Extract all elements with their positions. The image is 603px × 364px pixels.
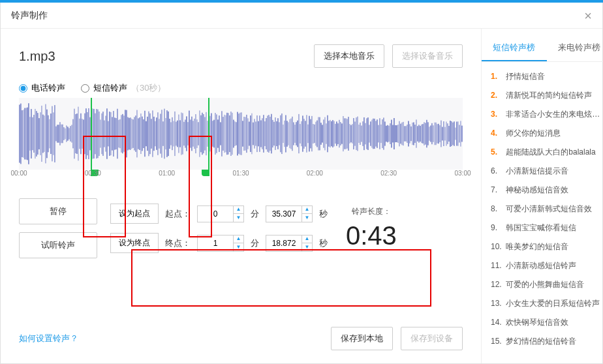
save-local-button[interactable]: 保存到本地	[331, 327, 393, 350]
list-item[interactable]: 2. 清新悦耳的简约短信铃声	[491, 86, 602, 105]
svg-rect-289	[395, 125, 396, 142]
svg-rect-68	[106, 108, 108, 159]
svg-rect-231	[319, 117, 320, 151]
svg-rect-269	[369, 125, 370, 142]
svg-rect-171	[241, 112, 242, 155]
svg-rect-134	[193, 121, 194, 146]
chevron-up-icon[interactable]: ▲	[302, 235, 312, 244]
svg-rect-123	[178, 115, 179, 153]
chevron-up-icon[interactable]: ▲	[234, 206, 243, 215]
tab-sms-ranking[interactable]: 短信铃声榜	[482, 35, 547, 61]
start-handle[interactable]	[91, 98, 92, 170]
radio-phone[interactable]: 电话铃声	[19, 82, 65, 94]
svg-rect-187	[262, 118, 263, 149]
end-sec-stepper[interactable]: ▲▼	[266, 235, 313, 252]
chevron-down-icon[interactable]: ▼	[234, 214, 243, 222]
svg-rect-235	[324, 117, 326, 151]
set-start-button[interactable]: 设为起点	[110, 204, 159, 224]
svg-rect-287	[392, 125, 394, 143]
help-link[interactable]: 如何设置铃声？	[19, 333, 78, 344]
chevron-down-icon[interactable]: ▼	[234, 243, 243, 251]
svg-rect-39	[69, 128, 70, 139]
svg-rect-6	[25, 108, 27, 159]
svg-rect-177	[249, 122, 250, 146]
chevron-up-icon[interactable]: ▲	[234, 235, 243, 244]
start-sec-input[interactable]	[266, 206, 302, 222]
svg-rect-312	[425, 123, 426, 144]
end-min-stepper[interactable]: ▲▼	[197, 235, 244, 252]
end-handle[interactable]	[208, 98, 209, 170]
time-tick: 02:00	[307, 170, 323, 177]
svg-rect-4	[23, 110, 24, 158]
radio-sms-input[interactable]	[81, 84, 89, 93]
chevron-down-icon[interactable]: ▼	[302, 214, 312, 222]
svg-rect-242	[333, 121, 335, 147]
list-item[interactable]: 3. 非常适合小女生的来电炫彩...	[491, 105, 602, 124]
preview-button[interactable]: 试听铃声	[19, 232, 97, 258]
svg-rect-35	[63, 127, 65, 140]
svg-rect-103	[152, 110, 153, 157]
svg-rect-255	[350, 125, 352, 143]
svg-rect-152	[216, 114, 217, 153]
svg-rect-217	[301, 121, 302, 146]
svg-rect-219	[303, 119, 305, 149]
list-item[interactable]: 11. 小清新动感短信铃声	[491, 256, 602, 275]
start-sec-stepper[interactable]: ▲▼	[266, 205, 313, 222]
list-item[interactable]: 13. 小女生大爱的日系短信铃声	[491, 294, 602, 313]
svg-rect-322	[438, 124, 439, 144]
list-item[interactable]: 5. 超能陆战队大白的balalala	[491, 143, 602, 162]
svg-rect-3	[22, 110, 23, 157]
set-end-button[interactable]: 设为终点	[110, 233, 159, 253]
list-item[interactable]: 15. 梦幻情侣的短信铃音	[491, 332, 602, 351]
svg-rect-148	[211, 114, 212, 155]
svg-rect-128	[185, 119, 186, 147]
chevron-down-icon[interactable]: ▼	[302, 243, 312, 251]
select-local-button[interactable]: 选择本地音乐	[314, 44, 384, 68]
svg-rect-201	[280, 115, 281, 153]
end-sec-input[interactable]	[266, 235, 302, 251]
list-item[interactable]: 9. 韩国宝宝喊你看短信	[491, 219, 602, 237]
svg-rect-191	[267, 115, 268, 151]
end-min-input[interactable]	[198, 235, 233, 251]
svg-rect-107	[157, 112, 159, 155]
list-item[interactable]: 7. 神秘动感短信音效	[491, 181, 602, 200]
svg-rect-284	[388, 126, 390, 142]
list-item[interactable]: 8. 可爱小清新韩式短信音效	[491, 200, 602, 219]
pause-button[interactable]: 暂停	[19, 198, 97, 224]
radio-phone-input[interactable]	[19, 84, 27, 93]
svg-rect-100	[148, 112, 149, 157]
svg-rect-130	[187, 122, 189, 145]
tab-call-ranking[interactable]: 来电铃声榜	[547, 35, 604, 61]
svg-rect-272	[373, 119, 374, 149]
svg-rect-112	[164, 109, 165, 159]
time-tick: 00:30	[85, 170, 101, 177]
list-item[interactable]: 6. 小清新短信提示音	[491, 162, 602, 181]
waveform[interactable]: 00:0000:3001:0001:3002:0002:3003:00	[19, 98, 463, 183]
svg-rect-102	[151, 119, 152, 149]
svg-rect-21	[45, 104, 46, 164]
svg-rect-81	[123, 115, 125, 151]
list-item[interactable]: 12. 可爱的小熊舞曲短信音	[491, 275, 602, 294]
start-min-input[interactable]	[198, 206, 233, 222]
svg-rect-240	[331, 121, 332, 146]
svg-rect-105	[155, 121, 156, 147]
svg-rect-94	[140, 114, 142, 154]
svg-rect-106	[156, 117, 157, 150]
svg-rect-9	[29, 117, 31, 151]
chevron-up-icon[interactable]: ▲	[302, 206, 312, 215]
svg-rect-282	[386, 126, 387, 142]
list-item[interactable]: 1. 抒情短信音	[491, 67, 602, 86]
svg-rect-232	[320, 123, 322, 145]
svg-rect-28	[54, 105, 55, 162]
list-item[interactable]: 14. 欢快钢琴短信音效	[491, 313, 602, 332]
list-item[interactable]: 4. 师父你的短消息	[491, 124, 602, 143]
svg-rect-195	[272, 120, 273, 147]
start-min-stepper[interactable]: ▲▼	[197, 205, 244, 222]
svg-rect-71	[110, 112, 112, 155]
radio-sms[interactable]: 短信铃声（30秒）	[81, 82, 166, 94]
svg-rect-264	[362, 121, 363, 146]
svg-rect-192	[268, 115, 270, 153]
svg-rect-303	[413, 122, 414, 145]
close-icon[interactable]: ×	[584, 9, 592, 22]
list-item[interactable]: 10. 唯美梦幻的短信音	[491, 237, 602, 256]
